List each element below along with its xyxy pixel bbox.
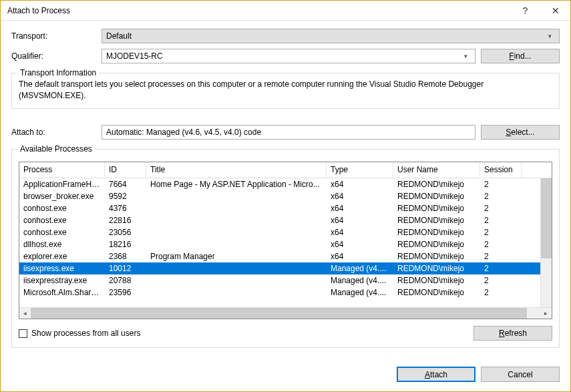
cell: x64 [327, 228, 393, 237]
table-header: Process ID Title Type User Name Session [19, 162, 552, 178]
cell: REDMOND\mikejo [393, 264, 480, 273]
scrollbar-thumb[interactable] [541, 178, 552, 258]
cell: 10012 [105, 264, 146, 273]
table-row[interactable]: dllhost.exe18216x64REDMOND\mikejo2 [19, 238, 552, 250]
cancel-button[interactable]: Cancel [481, 367, 560, 382]
cell: REDMOND\mikejo [393, 204, 480, 213]
titlebar: Attach to Process ? ✕ [1, 1, 570, 21]
cell: Managed (v4.... [327, 264, 393, 273]
col-session[interactable]: Session [480, 162, 522, 178]
scroll-left-icon[interactable]: ◂ [19, 308, 31, 319]
show-all-users-label: Show processes from all users [31, 329, 140, 338]
cell: ApplicationFrameHos... [19, 180, 105, 189]
select-button[interactable]: Select... [481, 125, 560, 140]
attach-button[interactable]: Attach [397, 367, 475, 382]
cell: 2 [480, 264, 522, 273]
find-button[interactable]: Find... [481, 49, 560, 63]
refresh-button[interactable]: Refresh [473, 326, 552, 341]
cell: x64 [327, 204, 393, 213]
cell: 23056 [105, 228, 146, 237]
attach-to-field: Automatic: Managed (v4.6, v4.5, v4.0) co… [102, 125, 475, 140]
cell: Managed (v4.... [327, 288, 393, 297]
cell: conhost.exe [19, 228, 105, 237]
cell: 2 [480, 288, 522, 297]
transport-value: Default [106, 31, 544, 41]
cell: REDMOND\mikejo [393, 240, 480, 249]
cell: 2 [480, 276, 522, 285]
cell: iisexpresstray.exe [19, 276, 105, 285]
cell: Microsoft.Alm.Shared... [19, 288, 105, 297]
cell: x64 [327, 216, 393, 225]
chevron-down-icon: ▾ [544, 33, 555, 39]
cell: 4376 [105, 204, 146, 213]
cell: REDMOND\mikejo [393, 276, 480, 285]
cell: REDMOND\mikejo [393, 252, 480, 261]
available-processes-group: Available Processes Process ID Title Typ… [11, 149, 560, 348]
cell: x64 [327, 192, 393, 201]
attach-to-value: Automatic: Managed (v4.6, v4.5, v4.0) co… [106, 128, 261, 137]
help-button[interactable]: ? [510, 1, 540, 20]
cell: x64 [327, 180, 393, 189]
cell: REDMOND\mikejo [393, 288, 480, 297]
cell: iisexpress.exe [19, 264, 105, 273]
window-title: Attach to Process [7, 6, 510, 15]
cell: conhost.exe [19, 204, 105, 213]
col-type[interactable]: Type [327, 162, 393, 178]
cell: 2 [480, 240, 522, 249]
cell: 2 [480, 204, 522, 213]
chevron-down-icon: ▾ [460, 53, 471, 59]
table-row[interactable]: conhost.exe22816x64REDMOND\mikejo2 [19, 214, 552, 226]
cell: 2 [480, 252, 522, 261]
cell: Managed (v4.... [327, 276, 393, 285]
attach-to-process-dialog: Attach to Process ? ✕ Transport: Default… [0, 0, 571, 392]
cell: 9592 [105, 192, 146, 201]
cell: x64 [327, 252, 393, 261]
table-row[interactable]: browser_broker.exe9592x64REDMOND\mikejo2 [19, 190, 552, 202]
transport-dropdown[interactable]: Default ▾ [102, 29, 560, 43]
table-row[interactable]: conhost.exe23056x64REDMOND\mikejo2 [19, 226, 552, 238]
cell: 23596 [105, 288, 146, 297]
cell: Home Page - My ASP.NET Application - Mic… [146, 180, 327, 189]
checkbox-icon [19, 329, 27, 338]
transport-label: Transport: [11, 31, 102, 41]
transport-info-group: Transport Information The default transp… [11, 73, 560, 109]
cell: x64 [327, 240, 393, 249]
table-row[interactable]: ApplicationFrameHos...7664Home Page - My… [19, 178, 552, 190]
qualifier-value: MJODEV15-RC [106, 51, 460, 61]
available-processes-legend: Available Processes [17, 144, 95, 154]
table-row[interactable]: conhost.exe4376x64REDMOND\mikejo2 [19, 202, 552, 214]
cell: REDMOND\mikejo [393, 180, 480, 189]
cell: REDMOND\mikejo [393, 228, 480, 237]
cell: 20788 [105, 276, 146, 285]
scroll-right-icon[interactable]: ▸ [540, 308, 552, 319]
attach-to-label: Attach to: [11, 128, 102, 137]
table-row[interactable]: iisexpresstray.exe20788Managed (v4....RE… [19, 274, 552, 286]
table-row[interactable]: Microsoft.Alm.Shared...23596Managed (v4.… [19, 286, 552, 299]
col-process[interactable]: Process [19, 162, 105, 178]
col-id[interactable]: ID [105, 162, 146, 178]
cell: REDMOND\mikejo [393, 192, 480, 201]
show-all-users-checkbox[interactable]: Show processes from all users [19, 329, 140, 338]
process-table[interactable]: Process ID Title Type User Name Session … [19, 162, 552, 319]
table-row[interactable]: iisexpress.exe10012Managed (v4....REDMON… [19, 262, 552, 274]
col-title[interactable]: Title [146, 162, 327, 178]
transport-info-legend: Transport Information [17, 68, 99, 77]
qualifier-label: Qualifier: [11, 51, 102, 61]
cell: REDMOND\mikejo [393, 216, 480, 225]
help-icon: ? [523, 5, 528, 16]
cell: browser_broker.exe [19, 192, 105, 201]
scrollbar-thumb[interactable] [31, 308, 527, 319]
cell: 22816 [105, 216, 146, 225]
qualifier-combobox[interactable]: MJODEV15-RC ▾ [102, 49, 475, 63]
cell: conhost.exe [19, 216, 105, 225]
col-user[interactable]: User Name [393, 162, 480, 178]
cell: 2 [480, 216, 522, 225]
cell: 2 [480, 228, 522, 237]
vertical-scrollbar[interactable] [540, 178, 552, 307]
horizontal-scrollbar[interactable]: ◂ ▸ [19, 307, 552, 319]
cell: 18216 [105, 240, 146, 249]
cell: Program Manager [146, 252, 327, 261]
table-row[interactable]: explorer.exe2368Program Managerx64REDMON… [19, 250, 552, 262]
cell: dllhost.exe [19, 240, 105, 249]
close-button[interactable]: ✕ [540, 1, 570, 20]
